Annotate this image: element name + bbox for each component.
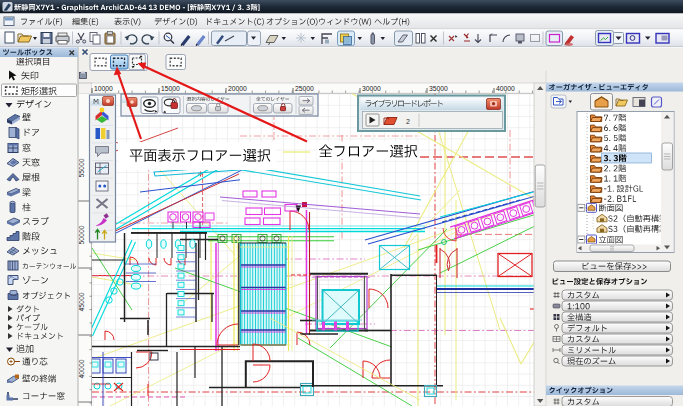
svg-text:10000: 10000	[94, 85, 113, 92]
svg-text:2: 2	[406, 118, 410, 125]
svg-text:50000: 50000	[78, 225, 85, 244]
svg-text:30000: 30000	[362, 85, 381, 92]
svg-text:25000: 25000	[295, 85, 314, 92]
svg-text:15000: 15000	[161, 85, 180, 92]
svg-text:40000: 40000	[78, 359, 85, 378]
svg-text:55000: 55000	[78, 158, 85, 177]
svg-text:35000: 35000	[429, 85, 448, 92]
svg-text:20000: 20000	[228, 85, 247, 92]
svg-text:40000: 40000	[496, 85, 515, 92]
svg-text:45000: 45000	[78, 292, 85, 311]
